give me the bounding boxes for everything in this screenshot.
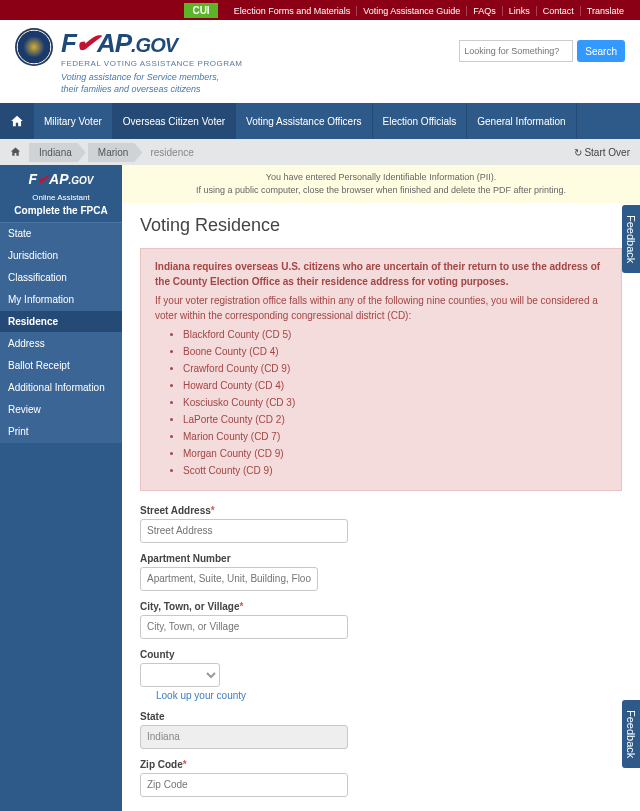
top-links: Election Forms and MaterialsVoting Assis…	[228, 4, 630, 16]
county-list-item: Boone County (CD 4)	[183, 344, 607, 359]
top-link[interactable]: Contact	[537, 6, 581, 16]
sidebar-item[interactable]: Review	[0, 399, 122, 421]
nav-item[interactable]: Military Voter	[34, 103, 113, 139]
sidebar-item[interactable]: Classification	[0, 267, 122, 289]
state-input	[140, 725, 348, 749]
sidebar-title: Complete the FPCA	[0, 202, 122, 223]
header: F✔AP.GOV FEDERAL VOTING ASSISTANCE PROGR…	[0, 20, 640, 103]
county-select[interactable]	[140, 663, 220, 687]
feedback-tab[interactable]: Feedback	[622, 700, 640, 768]
county-list-item: Howard County (CD 4)	[183, 378, 607, 393]
sidebar: F✔AP.GOV Online Assistant Complete the F…	[0, 165, 122, 811]
nav-item[interactable]: General Information	[467, 103, 576, 139]
breadcrumb-current: residence	[150, 147, 193, 158]
county-list-item: Scott County (CD 9)	[183, 463, 607, 478]
top-link[interactable]: Voting Assistance Guide	[357, 6, 467, 16]
sidebar-item[interactable]: Ballot Receipt	[0, 355, 122, 377]
start-over-link[interactable]: ↻ Start Over	[574, 147, 630, 158]
sidebar-item[interactable]: Additional Information	[0, 377, 122, 399]
page-title: Voting Residence	[140, 215, 622, 236]
county-list-item: Kosciusko County (CD 3)	[183, 395, 607, 410]
top-link[interactable]: Translate	[581, 6, 630, 16]
sidebar-item[interactable]: Residence	[0, 311, 122, 333]
sidebar-logo-sub: Online Assistant	[0, 193, 122, 202]
apt-label: Apartment Number	[140, 553, 622, 564]
sidebar-item[interactable]: Address	[0, 333, 122, 355]
nav-item[interactable]: Election Officials	[373, 103, 468, 139]
sidebar-item[interactable]: Jurisdiction	[0, 245, 122, 267]
county-label: County	[140, 649, 622, 660]
apt-input[interactable]	[140, 567, 318, 591]
sidebar-logo: F✔AP.GOV	[0, 165, 122, 193]
zip-label: Zip Code*	[140, 759, 622, 770]
street-label: Street Address*	[140, 505, 622, 516]
top-utility-bar: CUI Election Forms and MaterialsVoting A…	[0, 0, 640, 20]
breadcrumb: IndianaMarion residence ↻ Start Over	[0, 139, 640, 165]
breadcrumb-item[interactable]: Indiana	[29, 143, 86, 162]
top-link[interactable]: Links	[503, 6, 537, 16]
main-nav: Military VoterOverseas Citizen VoterVoti…	[0, 103, 640, 139]
nav-item[interactable]: Voting Assistance Officers	[236, 103, 372, 139]
home-icon[interactable]	[0, 103, 34, 139]
county-list-item: Blackford County (CD 5)	[183, 327, 607, 342]
search-button[interactable]: Search	[577, 40, 625, 62]
sidebar-item[interactable]: My Information	[0, 289, 122, 311]
dod-seal-icon	[15, 28, 53, 66]
cui-badge: CUI	[184, 3, 217, 18]
top-link[interactable]: FAQs	[467, 6, 503, 16]
county-list-item: Morgan County (CD 9)	[183, 446, 607, 461]
county-list-item: Marion County (CD 7)	[183, 429, 607, 444]
nav-item[interactable]: Overseas Citizen Voter	[113, 103, 236, 139]
logo-subtitle: FEDERAL VOTING ASSISTANCE PROGRAM	[61, 59, 459, 68]
breadcrumb-item[interactable]: Marion	[88, 143, 143, 162]
county-list-item: Crawford County (CD 9)	[183, 361, 607, 376]
breadcrumb-home-icon[interactable]	[10, 146, 21, 159]
feedback-tab[interactable]: Feedback	[622, 205, 640, 273]
pii-warning: You have entered Personally Identifiable…	[122, 165, 640, 202]
site-logo[interactable]: F✔AP.GOV	[61, 28, 459, 59]
top-link[interactable]: Election Forms and Materials	[228, 6, 358, 16]
state-label: State	[140, 711, 622, 722]
sidebar-item[interactable]: State	[0, 223, 122, 245]
street-input[interactable]	[140, 519, 348, 543]
alert-box: Indiana requires overseas U.S. citizens …	[140, 248, 622, 491]
county-list-item: LaPorte County (CD 2)	[183, 412, 607, 427]
lookup-county-link[interactable]: Look up your county	[156, 690, 246, 701]
tagline: Voting assistance for Service members,th…	[61, 72, 459, 95]
city-input[interactable]	[140, 615, 348, 639]
sidebar-item[interactable]: Print	[0, 421, 122, 443]
zip-input[interactable]	[140, 773, 348, 797]
search-input[interactable]	[459, 40, 573, 62]
city-label: City, Town, or Village*	[140, 601, 622, 612]
